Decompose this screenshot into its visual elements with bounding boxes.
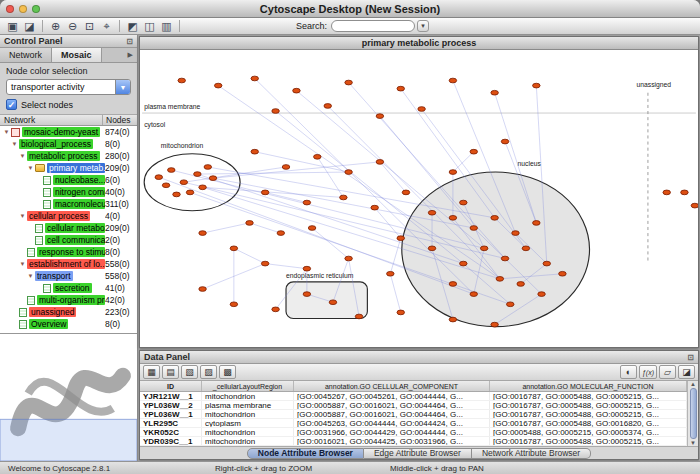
network-node[interactable] xyxy=(397,310,405,315)
tab-edge-attribute-browser[interactable]: Edge Attribute Browser xyxy=(364,448,472,459)
network-edge[interactable] xyxy=(390,238,400,274)
tree-row[interactable]: Overview8(0) xyxy=(0,318,137,330)
network-node[interactable] xyxy=(460,261,468,266)
node-color-dropdown[interactable]: transporter activity ▼ xyxy=(6,79,131,95)
minimize-window-icon[interactable] xyxy=(19,5,27,13)
network-node[interactable] xyxy=(533,221,541,226)
network-node[interactable] xyxy=(355,314,363,319)
network-node[interactable] xyxy=(491,90,499,95)
network-edge[interactable] xyxy=(375,208,401,239)
network-edge[interactable] xyxy=(380,162,406,193)
overview-viewport-rect[interactable] xyxy=(0,419,137,461)
column-header[interactable]: ID xyxy=(140,381,202,391)
tree-row[interactable]: ▼transport558(0) xyxy=(0,270,137,282)
network-edge[interactable] xyxy=(276,111,464,264)
network-node[interactable] xyxy=(345,256,353,261)
new-attribute-icon[interactable]: ▧ xyxy=(181,365,198,379)
network-node[interactable] xyxy=(449,317,457,322)
tree-row[interactable]: nucleobase...6(0) xyxy=(0,174,137,186)
network-node[interactable] xyxy=(204,165,212,170)
tree-column-network[interactable]: Network xyxy=(0,115,103,125)
tree-row[interactable]: ▼biological_process8(0) xyxy=(0,138,137,150)
tree-row[interactable]: ▼mosaic-demo-yeast874(0) xyxy=(0,126,137,138)
chevron-down-icon[interactable]: ▼ xyxy=(115,80,130,94)
network-node[interactable] xyxy=(199,185,207,190)
tree-row[interactable]: unassigned223(0) xyxy=(0,306,137,318)
delete-attribute-icon[interactable]: ▨ xyxy=(200,365,217,379)
select-all-attributes-icon[interactable]: ▤ xyxy=(162,365,179,379)
network-node[interactable] xyxy=(480,246,488,251)
network-node[interactable] xyxy=(180,180,188,185)
network-node[interactable] xyxy=(194,172,202,177)
network-node[interactable] xyxy=(449,282,457,287)
table-row[interactable]: YKR052Cmitochondrion[GO:0031966, GO:0044… xyxy=(140,428,687,437)
expander-icon[interactable]: ▼ xyxy=(18,153,27,159)
save-session-icon[interactable]: ◪ xyxy=(21,19,38,33)
network-node[interactable] xyxy=(449,170,457,175)
expander-icon[interactable]: ▼ xyxy=(18,213,27,219)
network-node[interactable] xyxy=(376,114,384,119)
table-row[interactable]: YPL036W__2plasma membrane[GO:0005887, GO… xyxy=(140,401,687,410)
network-view-title[interactable]: primary metabolic process xyxy=(140,37,698,50)
network-node[interactable] xyxy=(214,83,222,88)
tree-row[interactable]: response to stimu...8(0) xyxy=(0,246,137,258)
search-options-icon[interactable]: ▾ xyxy=(417,20,429,32)
network-node[interactable] xyxy=(261,261,269,266)
network-overview[interactable] xyxy=(0,333,137,461)
network-node[interactable] xyxy=(681,190,689,195)
tree-row[interactable]: secretion41(0) xyxy=(0,282,137,294)
select-attributes-icon[interactable]: ▦ xyxy=(143,365,160,379)
network-node[interactable] xyxy=(376,160,384,165)
tab-scroll-right-icon[interactable]: ▶ xyxy=(124,48,137,62)
network-canvas-svg[interactable]: mitochondrionnucleusendoplasmic reticulu… xyxy=(140,50,698,347)
expander-icon[interactable]: ▼ xyxy=(26,165,35,171)
open-session-icon[interactable]: ▣ xyxy=(4,19,21,33)
table-row[interactable]: YJR121W__1mitochondrion[GO:0045267, GO:0… xyxy=(140,392,687,401)
network-node[interactable] xyxy=(449,78,457,83)
clear-selection-icon[interactable]: ▩ xyxy=(219,365,236,379)
network-node[interactable] xyxy=(397,86,405,91)
network-node[interactable] xyxy=(230,302,238,307)
network-node[interactable] xyxy=(501,256,509,261)
float-panel-icon[interactable]: ⊡ xyxy=(126,37,133,46)
tree-row[interactable]: ▼metabolic process280(0) xyxy=(0,150,137,162)
expander-icon[interactable]: ▼ xyxy=(26,273,35,279)
network-node[interactable] xyxy=(209,176,217,181)
network-node[interactable] xyxy=(199,231,207,236)
network-node[interactable] xyxy=(543,261,551,266)
network-node[interactable] xyxy=(178,78,186,83)
network-node[interactable] xyxy=(314,154,322,159)
network-node[interactable] xyxy=(491,215,499,220)
network-edge[interactable] xyxy=(255,152,349,172)
table-scrollbar[interactable]: ▲ ▼ xyxy=(687,381,698,446)
tab-node-attribute-browser[interactable]: Node Attribute Browser xyxy=(247,448,364,459)
network-edge[interactable] xyxy=(203,223,250,233)
network-view-icon[interactable]: ◫ xyxy=(141,19,158,33)
network-node[interactable] xyxy=(230,246,238,251)
select-nodes-checkbox[interactable]: ✓ xyxy=(6,99,17,110)
boolean-filter-icon[interactable]: ◐ xyxy=(620,365,637,379)
tree-row[interactable]: ▼primary metab...209(0) xyxy=(0,162,137,174)
tab-network[interactable]: Network xyxy=(0,48,52,62)
network-node[interactable] xyxy=(155,175,163,180)
network-node[interactable] xyxy=(282,165,290,170)
table-row[interactable]: YDR039C__1mitochondrion[GO:0016021, GO:0… xyxy=(140,437,687,446)
network-node[interactable] xyxy=(512,231,520,236)
zoom-fit-content-icon[interactable]: ⊡ xyxy=(81,19,98,33)
network-node[interactable] xyxy=(387,271,395,276)
network-node[interactable] xyxy=(251,149,259,154)
network-node[interactable] xyxy=(559,271,567,276)
tree-row[interactable]: nitrogen compo...40(0) xyxy=(0,186,137,198)
tab-mosaic[interactable]: Mosaic xyxy=(52,48,102,62)
network-node[interactable] xyxy=(507,302,515,307)
network-node[interactable] xyxy=(491,322,499,327)
network-node[interactable] xyxy=(199,287,207,292)
column-header[interactable]: _cellularLayoutRegion xyxy=(202,381,294,391)
network-node[interactable] xyxy=(272,109,280,114)
window-titlebar[interactable]: Cytoscape Desktop (New Session) xyxy=(0,0,700,18)
network-node[interactable] xyxy=(449,215,457,220)
network-node[interactable] xyxy=(517,282,525,287)
network-node[interactable] xyxy=(261,190,269,195)
network-edge[interactable] xyxy=(265,192,307,202)
table-row[interactable]: YLR295Ccytoplasm[GO:0045263, GO:0044444,… xyxy=(140,419,687,428)
